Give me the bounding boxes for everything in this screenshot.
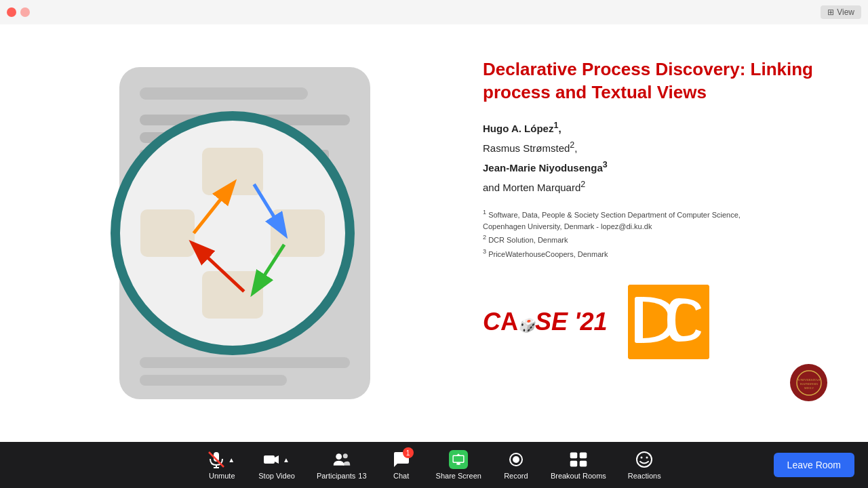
svg-rect-29 [570, 461, 578, 467]
author-3: Jean-Marie Niyodusenga3 [483, 162, 608, 174]
slide-area: Declarative Process Discovery: Linking p… [0, 24, 868, 442]
main-content: Declarative Process Discovery: Linking p… [0, 24, 868, 442]
svg-rect-21 [454, 456, 463, 462]
unmute-caret[interactable]: ▲ [226, 450, 237, 469]
breakout-rooms-label: Breakout Rooms [551, 472, 606, 480]
reactions-label: Reactions [628, 472, 661, 480]
author-1: Hugo A. López1, [483, 123, 561, 134]
svg-text:HAFNIENSIS: HAFNIENSIS [800, 382, 818, 386]
record-label: Record [504, 472, 528, 480]
stop-video-label: Stop Video [258, 472, 295, 480]
view-icon: ⊞ [827, 7, 834, 17]
record-indicator [20, 7, 30, 17]
svg-text:UNIVERSITAS: UNIVERSITAS [797, 378, 820, 382]
unmute-button[interactable]: ▲ Unmute [196, 446, 248, 484]
traffic-lights [7, 7, 30, 17]
breakout-rooms-button[interactable]: Breakout Rooms [540, 446, 617, 484]
svg-text:MDCLV: MDCLV [804, 386, 813, 390]
svg-text:+: + [648, 452, 652, 458]
title-bar: ⊞ View [0, 0, 868, 24]
stop-video-button[interactable]: ▲ Stop Video [248, 446, 306, 484]
svg-point-32 [641, 457, 643, 459]
svg-point-18 [336, 453, 342, 460]
toolbar: ▲ Unmute ▲ Stop Video Part [0, 442, 868, 488]
slide-title: Declarative Process Discovery: Linking p… [483, 58, 834, 104]
reactions-icon: + [635, 450, 654, 469]
participants-icon [332, 450, 351, 469]
camera-icon [262, 450, 281, 469]
authors: Hugo A. López1, Rasmus Strømsted2, Jean-… [483, 118, 834, 197]
process-box-right [271, 209, 325, 257]
chat-label: Chat [393, 472, 409, 480]
share-screen-icon [449, 450, 468, 469]
slide-left [14, 38, 476, 428]
breakout-rooms-icon [569, 450, 588, 469]
process-box-top [202, 148, 263, 195]
chat-button[interactable]: 1 Chat [378, 446, 425, 484]
magnifier-circle [111, 111, 355, 355]
author-2: Rasmus Strømsted2, [483, 142, 577, 154]
affiliations: 1 Software, Data, People & Society Secti… [483, 207, 834, 260]
svg-point-19 [342, 453, 347, 458]
unmute-label: Unmute [209, 472, 235, 480]
record-icon [507, 450, 526, 469]
chat-icon: 1 [392, 450, 411, 469]
microphone-icon [207, 450, 226, 469]
share-screen-button[interactable]: Share Screen [425, 446, 492, 484]
svg-rect-17 [264, 455, 275, 464]
svg-rect-30 [580, 461, 587, 467]
stop-video-caret[interactable]: ▲ [281, 450, 292, 469]
slide: Declarative Process Discovery: Linking p… [14, 38, 854, 428]
leave-room-button[interactable]: Leave Room [774, 453, 854, 477]
dcr-logo: D [628, 285, 709, 359]
svg-point-26 [513, 456, 519, 463]
share-screen-label: Share Screen [436, 472, 481, 480]
slide-right: Declarative Process Discovery: Linking p… [476, 38, 854, 428]
chat-badge: 1 [403, 447, 414, 458]
view-label: View [837, 7, 854, 17]
participants-button[interactable]: Participants 13 [306, 446, 378, 484]
reactions-button[interactable]: + Reactions [617, 446, 672, 484]
close-button[interactable] [7, 7, 16, 17]
bottom-logos: CA🎲SE '21 D [483, 285, 834, 359]
process-box-left [140, 209, 195, 257]
record-button[interactable]: Record [492, 446, 540, 484]
university-logo: UNIVERSITAS HAFNIENSIS MDCLV [790, 364, 827, 401]
svg-rect-28 [580, 453, 587, 459]
caise-logo: CA🎲SE '21 [483, 308, 608, 336]
view-button[interactable]: ⊞ View [821, 5, 861, 19]
author-4: and Morten Marquard2 [483, 182, 585, 193]
participants-count: 13 [358, 472, 366, 480]
svg-rect-27 [570, 453, 578, 459]
svg-rect-7 [635, 297, 644, 343]
participants-label: Participants [317, 472, 355, 480]
process-box-bottom [202, 271, 263, 319]
